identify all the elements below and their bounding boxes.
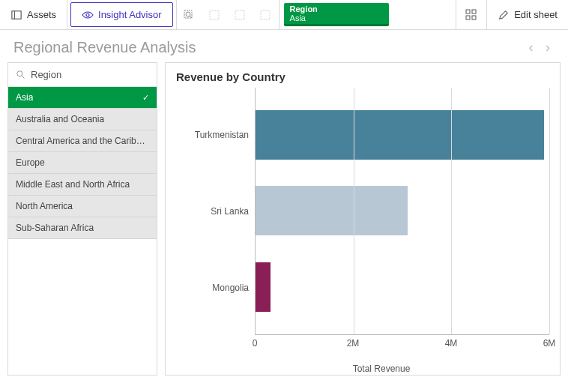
assets-label: Assets	[27, 9, 56, 20]
filter-item[interactable]: Sub-Saharan Africa	[8, 217, 157, 239]
next-sheet-button[interactable]: ›	[541, 40, 555, 55]
separator	[279, 0, 280, 29]
svg-rect-10	[472, 10, 476, 13]
chart-title: Revenue by Country	[176, 70, 549, 83]
svg-point-2	[86, 13, 89, 16]
y-axis-labels: TurkmenistanSri LankaMongolia	[176, 88, 255, 335]
insight-advisor-button[interactable]: Insight Advisor	[70, 2, 173, 27]
x-tick-label: 0	[253, 338, 258, 349]
filter-item[interactable]: Asia✓	[8, 87, 157, 109]
x-tick-label: 4M	[445, 338, 458, 349]
gridline	[354, 88, 354, 334]
bar[interactable]	[256, 110, 544, 160]
edit-sheet-label: Edit sheet	[514, 9, 558, 20]
y-tick-label: Mongolia	[176, 283, 249, 293]
sheet-nav: ‹ ›	[525, 40, 555, 55]
assets-button[interactable]: Assets	[0, 0, 67, 29]
svg-rect-0	[12, 10, 21, 19]
filter-item[interactable]: Middle East and North Africa	[8, 174, 157, 196]
clear-selections-button[interactable]	[253, 0, 279, 29]
check-icon: ✓	[142, 93, 149, 103]
svg-rect-8	[261, 10, 270, 19]
chart-panel: Revenue by Country TurkmenistanSri Lanka…	[165, 62, 561, 376]
x-tick-label: 6M	[543, 338, 556, 349]
selection-value: Asia	[290, 13, 383, 22]
prev-sheet-button[interactable]: ‹	[525, 40, 538, 55]
filter-item[interactable]: Europe	[8, 152, 157, 174]
svg-rect-7	[235, 10, 244, 19]
selection-field: Region	[290, 4, 383, 13]
step-forward-button[interactable]	[228, 0, 253, 29]
selections-tool-button[interactable]	[456, 0, 487, 29]
filter-item[interactable]: Australia and Oceania	[8, 109, 157, 130]
gridline	[549, 88, 550, 334]
eye-spark-icon	[82, 9, 94, 21]
toolbar: Assets Insight Advisor Region Asia Edit …	[0, 0, 568, 30]
y-tick-label: Turkmenistan	[176, 130, 249, 140]
filter-item[interactable]: North America	[8, 196, 157, 217]
panel-icon	[10, 9, 22, 21]
gridline	[451, 88, 452, 334]
selection-pill-region[interactable]: Region Asia	[284, 3, 389, 26]
insight-advisor-label: Insight Advisor	[98, 9, 162, 20]
filter-list: Asia✓Australia and OceaniaCentral Americ…	[8, 87, 157, 239]
smart-search-button[interactable]	[177, 0, 202, 29]
search-icon	[16, 70, 26, 80]
y-tick-label: Sri Lanka	[176, 206, 249, 217]
title-row: Regional Revenue Analysis ‹ ›	[0, 30, 568, 62]
filter-pane: Region Asia✓Australia and OceaniaCentral…	[7, 62, 157, 376]
filter-field-label: Region	[31, 69, 61, 80]
svg-line-14	[22, 75, 25, 78]
x-axis-ticks: 02M4M6M	[255, 338, 549, 350]
bar[interactable]	[256, 186, 408, 235]
plot	[255, 88, 549, 335]
sheet-title: Regional Revenue Analysis	[13, 39, 196, 56]
content-area: Region Asia✓Australia and OceaniaCentral…	[0, 62, 568, 383]
plot-area[interactable]: TurkmenistanSri LankaMongolia	[176, 88, 549, 335]
edit-sheet-button[interactable]: Edit sheet	[487, 0, 568, 29]
svg-rect-12	[472, 16, 476, 19]
filter-item[interactable]: Central America and the Carib…	[8, 130, 157, 152]
x-axis-label: Total Revenue	[214, 364, 549, 374]
step-back-button[interactable]	[202, 0, 228, 29]
svg-rect-11	[466, 16, 470, 19]
bars	[256, 88, 549, 334]
filter-pane-header[interactable]: Region	[8, 63, 157, 87]
svg-rect-6	[210, 10, 219, 19]
svg-point-13	[17, 70, 22, 76]
pencil-icon	[498, 9, 510, 21]
svg-rect-9	[466, 10, 470, 13]
x-tick-label: 2M	[347, 338, 360, 349]
bar[interactable]	[256, 262, 271, 312]
